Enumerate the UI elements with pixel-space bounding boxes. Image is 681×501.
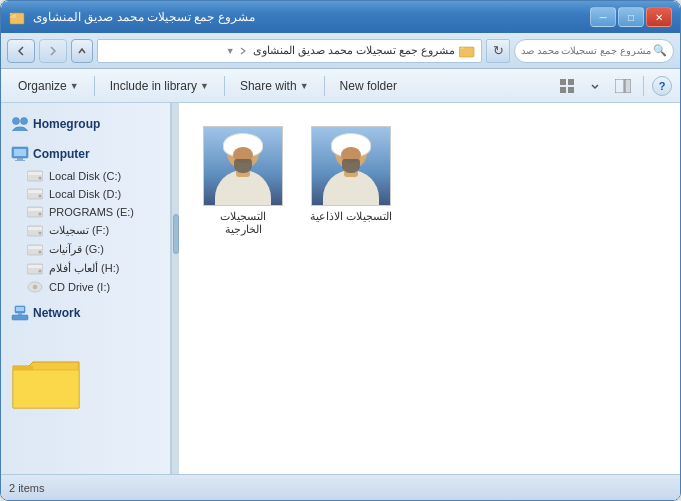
maximize-button[interactable]: □ [618,7,644,27]
minimize-button[interactable]: ─ [590,7,616,27]
path-text: مشروع جمع تسجيلات محمد صديق المنشاوى [253,44,455,57]
svg-point-9 [13,118,20,125]
folder-path-icon [459,44,475,58]
organize-dropdown-arrow: ▼ [70,81,79,91]
svg-rect-38 [18,313,22,315]
search-input[interactable] [521,45,651,56]
network-icon [11,305,29,321]
search-icon: 🔍 [653,44,667,57]
toolbar-sep-3 [324,76,325,96]
explorer-window: مشروع جمع تسجيلات محمد صديق المنشاوى ─ □… [0,0,681,501]
organize-button[interactable]: Organize ▼ [9,73,88,99]
main-content: Homegroup Computer [1,103,680,474]
library-dropdown-arrow: ▼ [200,81,209,91]
sidebar: Homegroup Computer [1,103,171,474]
file-area: التسجيلات الخارجية [179,103,680,474]
svg-point-17 [39,177,42,180]
folder-label-1: التسجيلات الخارجية [200,210,286,236]
share-dropdown-arrow: ▼ [300,81,309,91]
new-folder-button[interactable]: New folder [331,73,406,99]
sidebar-item-drive-d[interactable]: Local Disk (D:) [1,185,170,203]
svg-rect-4 [568,79,574,85]
list-item[interactable]: التسجيلات الخارجية [193,117,293,245]
sidebar-item-computer[interactable]: Computer [1,141,170,167]
folder-thumbnail-2 [311,126,391,206]
cd-drive-icon [27,281,43,293]
svg-rect-31 [28,265,42,268]
toolbar-sep-2 [224,76,225,96]
sidebar-scrollbar-thumb[interactable] [173,214,179,254]
close-button[interactable]: ✕ [646,7,672,27]
sidebar-item-drive-h[interactable]: ألعاب أفلام (H:) [1,259,170,278]
toolbar: Organize ▼ Include in library ▼ Share wi… [1,69,680,103]
svg-rect-39 [12,315,28,320]
refresh-button[interactable]: ↻ [486,39,510,63]
sidebar-item-drive-f[interactable]: تسجيلات (F:) [1,221,170,240]
svg-point-23 [39,213,42,216]
sidebar-scrollbar[interactable] [171,103,179,474]
search-box[interactable]: 🔍 [514,39,674,63]
svg-rect-37 [16,307,24,311]
title-bar-left: مشروع جمع تسجيلات محمد صديق المنشاوى [9,9,255,25]
large-folder-icon [11,356,81,414]
toolbar-sep-1 [94,76,95,96]
help-button[interactable]: ? [652,76,672,96]
medium-icons-icon [560,79,574,93]
toolbar-sep-4 [643,76,644,96]
view-medium-icons-button[interactable] [555,74,579,98]
programs-drive-icon [27,206,43,218]
preview-pane-button[interactable] [611,74,635,98]
folder-preview-area [1,346,170,427]
path-arrow [239,46,247,56]
sidebar-item-drive-i[interactable]: CD Drive (I:) [1,278,170,296]
sidebar-section-homegroup: Homegroup [1,111,170,137]
item-count: 2 items [9,482,44,494]
sidebar-section-network: Network [1,300,170,326]
svg-point-29 [39,250,42,253]
window-icon [9,9,25,25]
view-dropdown-button[interactable] [583,74,607,98]
sidebar-item-drive-e[interactable]: PROGRAMS (E:) [1,203,170,221]
forward-button[interactable] [39,39,67,63]
svg-rect-7 [615,79,624,93]
path-dropdown-arrow[interactable]: ▼ [226,46,235,56]
recordings-drive-icon [27,225,43,237]
folder-thumbnail-1 [203,126,283,206]
svg-rect-3 [560,79,566,85]
status-bar: 2 items [1,474,680,500]
preview-pane-icon [615,79,631,93]
local-disk-d-icon [27,188,43,200]
back-button[interactable] [7,39,35,63]
window-title: مشروع جمع تسجيلات محمد صديق المنشاوى [33,10,255,24]
include-library-button[interactable]: Include in library ▼ [101,73,218,99]
svg-rect-22 [28,208,42,211]
svg-point-20 [39,195,42,198]
computer-icon [11,146,29,162]
sidebar-item-homegroup[interactable]: Homegroup [1,111,170,137]
files-grid: التسجيلات الخارجية [189,113,670,249]
share-with-button[interactable]: Share with ▼ [231,73,318,99]
svg-rect-6 [568,87,574,93]
svg-rect-16 [28,172,42,175]
svg-point-10 [21,118,28,125]
address-path-box[interactable]: مشروع جمع تسجيلات محمد صديق المنشاوى ▼ [97,39,482,63]
svg-rect-12 [14,149,26,156]
view-dropdown-arrow-icon [591,79,599,93]
svg-rect-14 [15,160,25,161]
sidebar-item-drive-c[interactable]: Local Disk (C:) [1,167,170,185]
sidebar-item-network[interactable]: Network [1,300,170,326]
svg-point-32 [39,269,42,272]
sidebar-item-drive-g[interactable]: قرآنيات (G:) [1,240,170,259]
svg-point-35 [34,286,36,288]
up-button[interactable] [71,39,93,63]
local-disk-c-icon [27,170,43,182]
svg-rect-5 [560,87,566,93]
list-item[interactable]: التسجيلات الاذاعية [301,117,401,245]
svg-rect-13 [17,158,23,160]
games-drive-icon [27,263,43,275]
folder-label-2: التسجيلات الاذاعية [308,210,394,223]
address-bar: مشروع جمع تسجيلات محمد صديق المنشاوى ▼ ↻… [1,33,680,69]
sidebar-section-computer: Computer Local Disk (C:) [1,141,170,296]
quran-drive-icon [27,244,43,256]
svg-rect-8 [625,79,631,93]
